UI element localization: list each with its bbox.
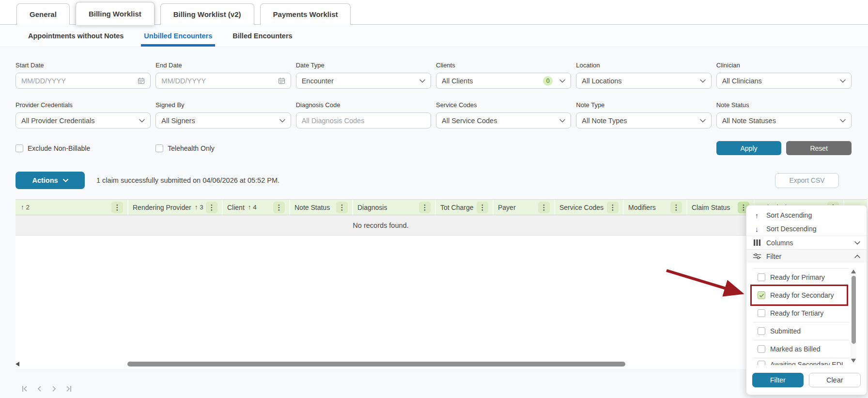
last-page-button[interactable] [65,385,72,392]
filter-option-label: Ready for Tertiary [770,309,823,317]
chevron-down-icon [700,119,706,123]
horizontal-scrollbar-thumb[interactable] [127,362,625,366]
field-placeholder: MM/DD/YYYY [21,77,66,85]
scroll-up-arrow-icon[interactable] [851,270,856,273]
column-header-payer: Payer⋮ [494,200,555,215]
reset-button[interactable]: Reset [786,141,852,155]
column-menu-button[interactable]: ⋮ [273,202,285,213]
tab-general[interactable]: General [16,3,70,25]
menu-clear-button[interactable]: Clear [809,373,861,387]
filter-label: Provider Credentials [16,101,151,109]
date-type-select[interactable]: Encounter [296,73,431,89]
filter-label: Signed By [155,101,291,109]
clinician-select[interactable]: All Clinicians [716,73,852,89]
filter-field-diagnosis-code: Diagnosis CodeAll Diagnosis Codes [296,101,431,128]
column-menu-button[interactable]: ⋮ [607,202,619,213]
location-select[interactable]: All Locations [576,73,711,89]
filter-option-label: Ready for Primary [770,273,825,281]
column-menu-button[interactable]: ⋮ [206,202,217,213]
content-area: Appointments without NotesUnbilled Encou… [0,25,868,398]
subtab-unbilled-encounters[interactable]: Unbilled Encounters [142,25,214,47]
checkbox-unchecked[interactable] [758,345,765,353]
calendar-icon[interactable] [138,77,145,84]
menu-filter-button[interactable]: Filter [752,373,804,387]
column-menu-button[interactable]: ⋮ [538,202,550,213]
scroll-left-arrow-icon[interactable] [16,362,19,366]
vertical-dots-icon: ⋮ [208,204,216,211]
filter-option-ready-for-tertiary[interactable]: Ready for Tertiary [753,304,849,322]
actions-button[interactable]: Actions [16,172,85,189]
checkbox-telehealth-only[interactable]: Telehealth Only [155,141,291,155]
checkbox-checked[interactable] [758,291,765,299]
previous-page-button[interactable] [37,385,43,392]
status-message: 1 claim successfully submitted on 04/06/… [96,176,279,184]
note-status-select[interactable]: All Note Statuses [716,112,852,128]
scroll-down-arrow-icon[interactable] [851,359,856,363]
menu-item-label: Columns [766,239,793,247]
columns-icon [753,239,761,246]
column-label: Client [227,204,245,211]
filter-label: Date Type [296,62,431,69]
menu-item-filter[interactable]: Filter [746,249,867,263]
filter-option-submitted[interactable]: Submitted [753,322,849,340]
column-label: Payer [498,204,516,211]
next-page-button[interactable] [51,385,57,392]
toolbar: Actions 1 claim successfully submitted o… [0,172,868,189]
menu-item-sort-descending[interactable]: ↓Sort Descending [746,222,867,236]
filter-option-marked-as-billed[interactable]: Marked as Billed [753,340,849,358]
empty-message: No records found. [353,222,408,229]
sub-tabs: Appointments without NotesUnbilled Encou… [0,25,868,47]
chevron-down-icon [840,119,846,123]
checkbox-unchecked[interactable] [758,273,765,281]
checkbox-box[interactable] [16,144,23,152]
subtab-billed-encounters[interactable]: Billed Encounters [231,25,294,47]
arrow-down-icon: ↓ [753,225,761,233]
horizontal-scrollbar[interactable] [16,361,852,367]
start-date-input[interactable]: MM/DD/YYYY [16,73,151,89]
column-label: Note Status [294,204,330,211]
selected-count-badge: 0 [543,76,553,86]
signed-by-select[interactable]: All Signers [155,112,291,128]
filter-option-ready-for-primary[interactable]: Ready for Primary [753,269,849,287]
service-codes-select[interactable]: All Service Codes [436,112,571,128]
diagnosis-code-input[interactable]: All Diagnosis Codes [296,112,431,128]
tab-billing-worklist[interactable]: Billing Worklist [76,2,155,25]
checkbox-unchecked[interactable] [758,361,765,365]
chevron-down-icon [840,79,846,83]
checkbox-exclude-non-billable[interactable]: Exclude Non-Billable [16,141,151,155]
column-menu-button[interactable]: ⋮ [336,202,348,213]
field-value: All Provider Credentials [21,117,95,125]
menu-item-columns[interactable]: Columns [746,236,867,249]
menu-item-sort-ascending[interactable]: ↑Sort Ascending [746,208,867,222]
checkbox-box[interactable] [155,144,163,152]
filter-controls-row: Exclude Non-BillableTelehealth Only Appl… [16,141,852,155]
tab-payments-worklist[interactable]: Payments Worklist [260,3,351,25]
provider-credentials-select[interactable]: All Provider Credentials [16,112,151,128]
vertical-dots-icon: ⋮ [673,204,680,211]
tab-billing-worklist-v2[interactable]: Billing Worklist (v2) [160,3,254,25]
filter-option-awaiting-secondary-edi[interactable]: Awaiting Secondary EDI [753,358,849,365]
export-csv-button[interactable]: Export CSV [775,173,839,188]
clients-select[interactable]: All Clients0 [436,73,571,89]
column-header-modifiers: Modifiers⋮ [624,200,687,215]
chevron-down-icon [139,119,145,123]
vertical-scrollbar[interactable] [851,268,856,364]
column-menu-button[interactable]: ⋮ [670,202,682,213]
subtab-appointments-without-notes[interactable]: Appointments without Notes [27,25,125,47]
first-page-button[interactable] [21,385,29,392]
column-menu-button[interactable]: ⋮ [111,202,123,213]
filter-field-provider-credentials: Provider CredentialsAll Provider Credent… [16,101,151,128]
calendar-icon[interactable] [278,77,285,84]
filter-option-ready-for-secondary[interactable]: Ready for Secondary [753,287,849,304]
checkbox-label: Telehealth Only [168,144,215,152]
column-menu-button[interactable]: ⋮ [477,202,488,213]
note-type-select[interactable]: All Note Types [576,112,711,128]
checkbox-unchecked[interactable] [758,309,765,317]
checkbox-unchecked[interactable] [758,327,765,335]
column-menu-button[interactable]: ⋮ [419,202,431,213]
filter-label: Note Status [716,101,852,109]
filter-field-note-type: Note TypeAll Note Types [576,101,711,128]
end-date-input[interactable]: MM/DD/YYYY [155,73,291,89]
apply-button[interactable]: Apply [716,141,782,155]
vertical-scrollbar-thumb[interactable] [852,276,856,344]
